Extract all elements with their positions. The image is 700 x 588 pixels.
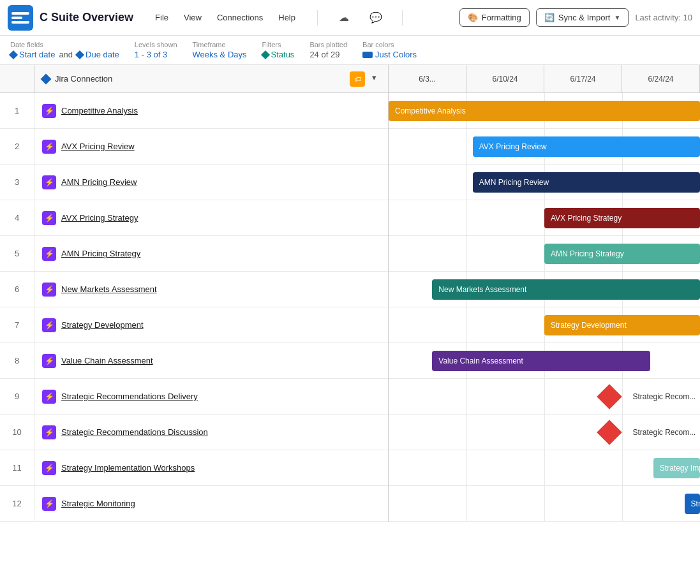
- gantt-milestone-label: Strategic Recom...: [609, 422, 696, 443]
- menu-file[interactable]: File: [149, 9, 175, 26]
- task-name[interactable]: New Markets Assessment: [61, 284, 157, 294]
- formatting-button[interactable]: 🎨 Formatting: [459, 8, 530, 27]
- task-cell: ⚡Value Chain Assessment: [34, 343, 389, 379]
- task-type-icon: ⚡: [42, 425, 56, 439]
- logo-line-1: [11, 12, 29, 15]
- gantt-grid-line: [466, 129, 467, 165]
- task-name[interactable]: Value Chain Assessment: [61, 356, 153, 365]
- task-name[interactable]: Competitive Analysis: [61, 106, 138, 115]
- gantt-bar[interactable]: Strategy Development: [544, 315, 700, 335]
- gantt-bar[interactable]: AMN Pricing Review: [473, 172, 700, 193]
- gantt-bar[interactable]: Strategic M...: [685, 494, 700, 514]
- action-divider: [402, 10, 403, 26]
- task-name[interactable]: AMN Pricing Review: [61, 177, 137, 187]
- palette-icon: 🎨: [468, 13, 478, 22]
- task-cell: ⚡New Markets Assessment: [34, 272, 389, 307]
- task-name[interactable]: Strategic Recommendations Discussion: [61, 427, 208, 437]
- connection-label: Jira Connection: [55, 74, 112, 84]
- gantt-bar[interactable]: AMN Pricing Strategy: [544, 244, 700, 264]
- menu-connections[interactable]: Connections: [211, 9, 269, 26]
- task-cell: ⚡Strategic Recommendations Delivery: [34, 379, 389, 415]
- gantt-grid-line: [466, 236, 467, 272]
- gantt-col-0: 6/3...: [389, 65, 466, 93]
- menu-help[interactable]: Help: [272, 9, 302, 26]
- task-cell: ⚡Competitive Analysis: [34, 93, 389, 129]
- start-date-text: Start date: [19, 50, 55, 59]
- gantt-cell: Strategic Recom...: [389, 379, 700, 415]
- task-type-icon: ⚡: [42, 497, 56, 511]
- gantt-bar[interactable]: Strategy Impleme...: [653, 458, 700, 478]
- logo-line-3: [11, 21, 29, 24]
- task-name[interactable]: AMN Pricing Strategy: [61, 249, 140, 258]
- gantt-bar[interactable]: AVX Pricing Review: [473, 136, 700, 157]
- task-name[interactable]: Strategic Recommendations Delivery: [61, 392, 198, 401]
- filters-value[interactable]: Status: [262, 50, 295, 59]
- gantt-cell: AVX Pricing Strategy: [389, 200, 700, 236]
- table-row: 5⚡AMN Pricing StrategyAMN Pricing Strate…: [0, 236, 700, 272]
- menu-divider: [317, 10, 318, 26]
- main-content: Jira Connection 🏷 ▾ 6/3... 6/10/24 6/17/…: [0, 65, 700, 584]
- bar-colors-value[interactable]: Just Colors: [362, 50, 417, 59]
- table-row: 4⚡AVX Pricing StrategyAVX Pricing Strate…: [0, 200, 700, 236]
- gantt-cell: Strategic Recom...: [389, 415, 700, 450]
- task-name[interactable]: AVX Pricing Review: [61, 142, 135, 151]
- bars-plotted-value[interactable]: 24 of 29: [309, 50, 347, 59]
- table-row: 10⚡Strategic Recommendations DiscussionS…: [0, 415, 700, 450]
- task-type-icon: ⚡: [42, 140, 56, 154]
- gantt-grid-line: [544, 379, 545, 415]
- levels-value[interactable]: 1 - 3 of 3: [135, 50, 177, 59]
- gantt-bar[interactable]: Value Chain Assessment: [432, 351, 650, 371]
- row-number: 12: [0, 486, 34, 522]
- gantt-cell: Strategic M...: [389, 486, 700, 522]
- chevron-down-icon[interactable]: ▾: [368, 71, 380, 84]
- task-name[interactable]: Strategy Implementation Workshops: [61, 463, 195, 473]
- table-row: 9⚡Strategic Recommendations DeliveryStra…: [0, 379, 700, 415]
- menu-view[interactable]: View: [177, 9, 208, 26]
- table-header: Jira Connection 🏷 ▾ 6/3... 6/10/24 6/17/…: [0, 65, 700, 93]
- gantt-grid-line: [466, 165, 467, 200]
- gantt-grid-line: [466, 486, 467, 522]
- date-fields-value[interactable]: Start date and Due date: [10, 50, 119, 59]
- tag-icon-1[interactable]: 🏷: [350, 71, 365, 87]
- task-cell: ⚡Strategy Implementation Workshops: [34, 450, 389, 486]
- menu-bar: File View Connections Help: [149, 9, 302, 26]
- gantt-cell: New Markets Assessment: [389, 272, 700, 307]
- tag-icons: 🏷 ▾: [350, 71, 380, 87]
- gantt-bar[interactable]: Competitive Analysis: [389, 101, 700, 121]
- filter-diamond-icon: [260, 50, 269, 59]
- row-number: 5: [0, 236, 34, 272]
- gantt-bar[interactable]: AVX Pricing Strategy: [544, 208, 700, 228]
- table-row: 7⚡Strategy DevelopmentStrategy Developme…: [0, 307, 700, 343]
- gantt-grid-line: [622, 486, 623, 522]
- task-name[interactable]: Strategy Development: [61, 320, 144, 330]
- cloud-icon-btn[interactable]: ☁: [333, 7, 355, 29]
- gantt-grid-line: [544, 415, 545, 450]
- sync-arrow-icon: ▼: [614, 14, 620, 21]
- task-type-icon: ⚡: [42, 354, 56, 368]
- task-type-icon: ⚡: [42, 283, 56, 297]
- table-row: 12⚡Strategic MonitoringStrategic M...: [0, 486, 700, 522]
- top-bar: C Suite Overview File View Connections H…: [0, 0, 700, 36]
- task-cell: ⚡AVX Pricing Review: [34, 129, 389, 165]
- bars-plotted-text: 24 of 29: [309, 50, 339, 59]
- timeframe-value[interactable]: Weeks & Days: [193, 50, 247, 59]
- gantt-col-2: 6/17/24: [544, 65, 622, 93]
- row-number: 11: [0, 450, 34, 486]
- date-fields-filter: Date fields Start date and Due date: [10, 41, 119, 59]
- chat-icon-btn[interactable]: 💬: [365, 7, 387, 29]
- task-type-icon: ⚡: [42, 104, 56, 118]
- task-type-icon: ⚡: [42, 318, 56, 332]
- row-number: 8: [0, 343, 34, 379]
- task-type-icon: ⚡: [42, 461, 56, 475]
- start-date-diamond-icon: [9, 50, 18, 59]
- task-name[interactable]: Strategic Monitoring: [61, 499, 135, 508]
- date-fields-label: Date fields: [10, 41, 119, 48]
- gantt-cell: Value Chain Assessment: [389, 343, 700, 379]
- sync-button[interactable]: 🔄 Sync & Import ▼: [536, 8, 629, 27]
- filter-bar: Date fields Start date and Due date Leve…: [0, 36, 700, 65]
- due-date-text: Due date: [86, 50, 119, 59]
- gantt-bar[interactable]: New Markets Assessment: [432, 279, 700, 300]
- gantt-grid-line: [466, 200, 467, 236]
- and-text: and: [59, 50, 73, 59]
- task-name[interactable]: AVX Pricing Strategy: [61, 213, 138, 223]
